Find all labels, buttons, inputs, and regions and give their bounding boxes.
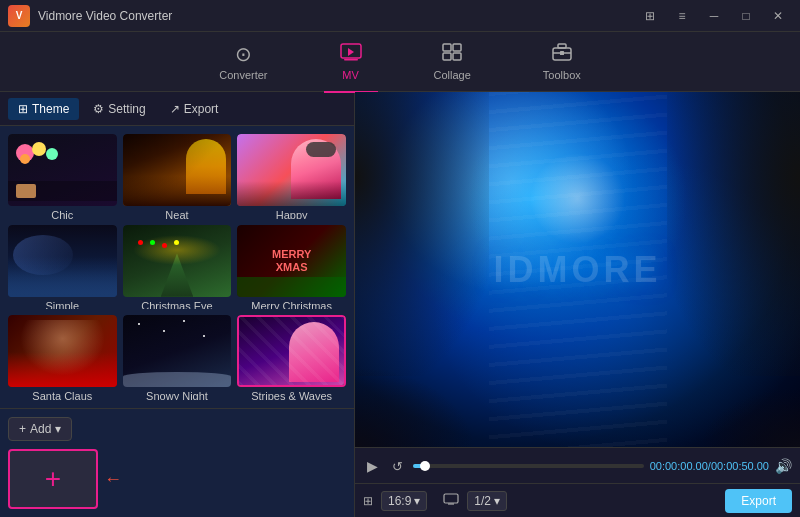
time-current: 00:00:00.00 — [650, 460, 708, 472]
preview-watermark: IDMORE — [494, 249, 662, 291]
theme-neat[interactable]: Neat — [123, 134, 232, 219]
theme-chic-label: Chic — [8, 209, 117, 219]
volume-icon[interactable]: 🔊 — [775, 458, 792, 474]
add-dropdown-icon: ▾ — [55, 422, 61, 436]
left-panel: ⊞ Theme ⚙ Setting ↗ Export — [0, 92, 355, 517]
time-display: 00:00:00.00/00:00:50.00 — [650, 460, 769, 472]
app-logo: V — [8, 5, 30, 27]
close-btn[interactable]: ✕ — [764, 6, 792, 26]
main-content: ⊞ Theme ⚙ Setting ↗ Export — [0, 92, 800, 517]
sub-tab-export-label: Export — [184, 102, 219, 116]
theme-snowy-night-label: Snowy Night — [123, 390, 232, 400]
svg-rect-10 — [444, 494, 458, 503]
theme-santa-claus-label: Santa Claus — [8, 390, 117, 400]
sub-tab-theme[interactable]: ⊞ Theme — [8, 98, 79, 120]
theme-happy-label: Happy — [237, 209, 346, 219]
toolbox-label: Toolbox — [543, 69, 581, 81]
playback-controls: ▶ ↺ 00:00:00.00/00:00:50.00 🔊 — [355, 447, 800, 483]
sub-tab-setting[interactable]: ⚙ Setting — [83, 98, 155, 120]
converter-label: Converter — [219, 69, 267, 81]
clip-area: + ← — [8, 449, 346, 509]
rewind-button[interactable]: ↺ — [388, 456, 407, 476]
bottom-section: + Add ▾ + ← — [0, 408, 354, 517]
resolution-label: 1/2 — [474, 494, 491, 508]
theme-simple-label: Simple — [8, 300, 117, 310]
toolbox-icon — [552, 43, 572, 66]
tab-converter[interactable]: ⊙ Converter — [203, 36, 283, 87]
play-icon: ▶ — [367, 458, 378, 474]
svg-rect-5 — [453, 53, 461, 60]
play-button[interactable]: ▶ — [363, 456, 382, 476]
theme-stripes-waves-label: Stripes & Waves — [237, 390, 346, 400]
sub-tab-theme-label: Theme — [32, 102, 69, 116]
svg-rect-4 — [443, 53, 451, 60]
setting-gear-icon: ⚙ — [93, 102, 104, 116]
collage-label: Collage — [434, 69, 471, 81]
aspect-ratio-dropdown[interactable]: 16:9 ▾ — [381, 491, 427, 511]
theme-simple[interactable]: Simple — [8, 225, 117, 310]
aspect-chevron-icon: ▾ — [414, 494, 420, 508]
mv-icon — [340, 43, 362, 66]
collage-icon — [442, 43, 462, 66]
progress-handle[interactable] — [420, 461, 430, 471]
clip-plus-icon: + — [45, 463, 61, 495]
export-button[interactable]: Export — [725, 489, 792, 513]
add-label: Add — [30, 422, 51, 436]
add-button[interactable]: + Add ▾ — [8, 417, 72, 441]
svg-rect-3 — [453, 44, 461, 51]
app-title: Vidmore Video Converter — [38, 9, 636, 23]
sub-tabs: ⊞ Theme ⚙ Setting ↗ Export — [0, 92, 354, 126]
tab-collage[interactable]: Collage — [418, 37, 487, 87]
grid-btn[interactable]: ⊞ — [636, 6, 664, 26]
menu-btn[interactable]: ≡ — [668, 6, 696, 26]
rewind-icon: ↺ — [392, 459, 403, 474]
preview-background: IDMORE — [355, 92, 800, 447]
progress-bar[interactable] — [413, 464, 644, 468]
maximize-btn[interactable]: □ — [732, 6, 760, 26]
theme-christmas-eve[interactable]: Christmas Eve — [123, 225, 232, 310]
theme-grid-icon: ⊞ — [18, 102, 28, 116]
converter-icon: ⊙ — [235, 42, 252, 66]
sub-tab-setting-label: Setting — [108, 102, 145, 116]
svg-rect-1 — [344, 59, 358, 61]
tab-mv[interactable]: MV — [324, 37, 378, 87]
tab-toolbox[interactable]: Toolbox — [527, 37, 597, 87]
aspect-ratio-label: 16:9 — [388, 494, 411, 508]
window-controls: ⊞ ≡ ─ □ ✕ — [636, 6, 792, 26]
theme-christmas-eve-label: Christmas Eve — [123, 300, 232, 310]
resolution-chevron-icon: ▾ — [494, 494, 500, 508]
theme-happy[interactable]: Happy — [237, 134, 346, 219]
export-arrow-icon: ↗ — [170, 102, 180, 116]
svg-rect-2 — [443, 44, 451, 51]
right-panel: IDMORE ▶ ↺ 00:00:00.00/00:00:50.00 🔊 — [355, 92, 800, 517]
add-plus-icon: + — [19, 422, 26, 436]
minimize-btn[interactable]: ─ — [700, 6, 728, 26]
aspect-ratio-icon: ⊞ — [363, 494, 373, 508]
theme-snowy-night[interactable]: Snowy Night — [123, 315, 232, 400]
theme-stripes-waves[interactable]: Stripes & Waves — [237, 315, 346, 400]
sub-tab-export[interactable]: ↗ Export — [160, 98, 229, 120]
bottom-bar: ⊞ 16:9 ▾ 1/2 ▾ Export — [355, 483, 800, 517]
theme-chic[interactable]: Chic — [8, 134, 117, 219]
clip-slot-1[interactable]: + — [8, 449, 98, 509]
arrow-indicator: ← — [104, 449, 122, 509]
mv-label: MV — [342, 69, 359, 81]
resolution-dropdown[interactable]: 1/2 ▾ — [467, 491, 507, 511]
theme-neat-label: Neat — [123, 209, 232, 219]
nav-tabs: ⊙ Converter MV Collage — [0, 32, 800, 92]
theme-santa-claus[interactable]: Santa Claus — [8, 315, 117, 400]
theme-grid: Chic Neat — [0, 126, 354, 408]
monitor-icon — [443, 493, 459, 508]
theme-merry-christmas-label: Merry Christmas — [237, 300, 346, 310]
theme-merry-christmas[interactable]: MERRYXMAS Merry Christmas — [237, 225, 346, 310]
time-total: 00:00:50.00 — [711, 460, 769, 472]
preview-area: IDMORE — [355, 92, 800, 447]
title-bar: V Vidmore Video Converter ⊞ ≡ ─ □ ✕ — [0, 0, 800, 32]
svg-rect-9 — [560, 51, 564, 55]
